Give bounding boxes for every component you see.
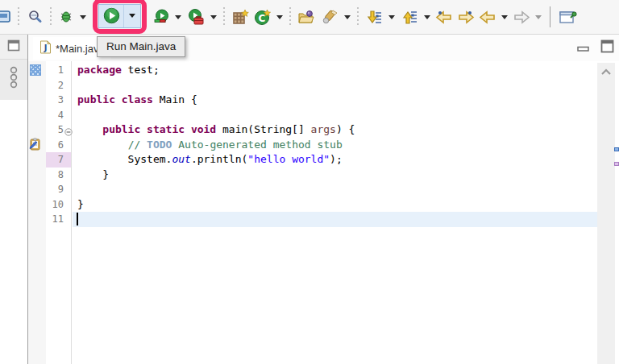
coverage-icon bbox=[153, 9, 170, 26]
coverage-dropdown[interactable] bbox=[173, 6, 183, 27]
code-token: out bbox=[172, 153, 190, 165]
line-number[interactable]: 9 bbox=[46, 182, 71, 197]
app-window-icon bbox=[0, 9, 11, 25]
editor-tab-bar: J *Main.java Run Main.java bbox=[28, 35, 619, 61]
debug-dropdown[interactable] bbox=[78, 6, 88, 27]
forward-button[interactable] bbox=[512, 6, 531, 27]
mark-occurrences-button[interactable] bbox=[321, 6, 340, 27]
previous-edit-location-button[interactable] bbox=[434, 6, 454, 27]
next-annotation-icon bbox=[365, 9, 384, 26]
code-token: // bbox=[128, 139, 147, 151]
code-token: } bbox=[77, 198, 84, 210]
code-line[interactable] bbox=[73, 182, 597, 197]
debug-button[interactable] bbox=[56, 6, 76, 27]
code-line[interactable]: public class Main { bbox=[73, 93, 597, 108]
code-token: Main { bbox=[153, 93, 197, 105]
minimize-editor-icon[interactable] bbox=[577, 41, 589, 56]
line-number[interactable]: 1 bbox=[46, 63, 71, 78]
search-icon bbox=[27, 9, 43, 25]
mark-occurrences-dropdown[interactable] bbox=[343, 6, 352, 27]
code-token bbox=[77, 139, 128, 151]
code-line[interactable]: package test; bbox=[73, 63, 597, 78]
previous-annotation-dropdown[interactable] bbox=[422, 6, 432, 27]
forward-dropdown[interactable] bbox=[534, 6, 543, 27]
code-editor[interactable]: 12345 67891011 package test;public class… bbox=[28, 61, 619, 364]
scroll-up-icon[interactable] bbox=[600, 66, 613, 78]
overview-change-marker[interactable] bbox=[614, 162, 619, 166]
line-number[interactable]: 4 bbox=[46, 108, 71, 123]
annotation-cell[interactable] bbox=[28, 122, 46, 138]
overview-ruler[interactable] bbox=[615, 61, 619, 364]
annotation-ruler[interactable] bbox=[28, 61, 46, 364]
back-dropdown[interactable] bbox=[500, 6, 509, 27]
pin-editor-icon bbox=[559, 9, 578, 26]
annotation-cell[interactable] bbox=[28, 78, 46, 93]
open-folder-button[interactable] bbox=[296, 6, 318, 27]
annotation-cell[interactable] bbox=[28, 168, 46, 183]
line-number[interactable]: 3 bbox=[46, 93, 71, 108]
external-tools-button[interactable] bbox=[185, 6, 206, 27]
run-dropdown[interactable] bbox=[123, 5, 140, 27]
code-line[interactable] bbox=[73, 212, 597, 227]
toolbar-separator bbox=[355, 7, 361, 27]
run-button[interactable] bbox=[99, 5, 123, 27]
line-number-ruler[interactable]: 12345 67891011 bbox=[46, 61, 72, 364]
code-token: TODO bbox=[147, 139, 172, 151]
new-java-class-dropdown[interactable] bbox=[275, 6, 285, 27]
code-line[interactable]: System.out.println("hello world"); bbox=[73, 152, 597, 168]
vertical-scrollbar[interactable] bbox=[597, 63, 615, 364]
code-token: args bbox=[311, 123, 336, 135]
annotation-cell[interactable] bbox=[28, 152, 46, 168]
run-highlight-annotation bbox=[93, 0, 147, 34]
toolbar-separator bbox=[48, 7, 54, 27]
previous-annotation-button[interactable] bbox=[399, 6, 420, 27]
minimized-view-stack[interactable] bbox=[0, 60, 27, 100]
line-number[interactable]: 5 bbox=[46, 122, 71, 138]
line-number[interactable]: 6 bbox=[46, 138, 71, 153]
forward-arrow-icon bbox=[513, 9, 530, 25]
code-line[interactable]: } bbox=[73, 197, 597, 213]
code-token: System. bbox=[77, 153, 172, 165]
back-button[interactable] bbox=[478, 6, 497, 27]
annotation-cell[interactable] bbox=[28, 138, 46, 153]
code-token bbox=[77, 123, 102, 135]
pin-editor-button[interactable] bbox=[557, 6, 580, 27]
external-tools-dropdown[interactable] bbox=[209, 6, 218, 27]
next-annotation-dropdown[interactable] bbox=[387, 6, 397, 27]
restore-view-icon bbox=[7, 39, 20, 55]
next-annotation-button[interactable] bbox=[364, 6, 384, 27]
new-java-project-icon bbox=[231, 9, 249, 26]
overview-task-marker[interactable] bbox=[614, 147, 619, 151]
new-java-project-button[interactable] bbox=[230, 6, 251, 27]
next-edit-location-button[interactable] bbox=[456, 6, 476, 27]
toolbar-separator-line bbox=[550, 6, 550, 27]
line-number[interactable]: 8 bbox=[46, 168, 71, 183]
annotation-cell[interactable] bbox=[28, 212, 46, 227]
new-java-class-button[interactable]: C bbox=[253, 6, 272, 27]
code-line[interactable] bbox=[73, 78, 597, 93]
code-line[interactable]: // TODO Auto-generated method stub bbox=[73, 138, 597, 153]
main-toolbar: C bbox=[0, 0, 619, 35]
run-icon bbox=[103, 7, 120, 24]
annotation-cell[interactable] bbox=[28, 182, 46, 197]
maximize-editor-icon[interactable] bbox=[600, 39, 614, 56]
line-number[interactable]: 2 bbox=[46, 78, 71, 93]
annotation-cell[interactable] bbox=[28, 63, 46, 78]
annotation-cell[interactable] bbox=[28, 197, 46, 213]
line-number[interactable]: 7 bbox=[46, 152, 71, 168]
annotation-cell[interactable] bbox=[28, 108, 46, 123]
search-button[interactable] bbox=[24, 6, 45, 27]
code-line[interactable]: } bbox=[73, 168, 597, 183]
code-text-area[interactable]: package test;public class Main { public … bbox=[73, 61, 597, 364]
restore-view-button[interactable] bbox=[0, 35, 27, 60]
code-line[interactable]: public static void main(String[] args) { bbox=[73, 122, 597, 138]
debug-bug-icon bbox=[58, 9, 74, 25]
coverage-button[interactable] bbox=[152, 6, 171, 27]
line-number[interactable]: 11 bbox=[46, 212, 71, 227]
app-window-button[interactable] bbox=[0, 6, 13, 27]
line-number[interactable]: 10 bbox=[46, 197, 71, 213]
svg-text:C: C bbox=[259, 12, 266, 23]
code-line[interactable] bbox=[73, 108, 597, 123]
annotation-cell[interactable] bbox=[28, 93, 46, 108]
toolbar-separator bbox=[287, 7, 293, 27]
